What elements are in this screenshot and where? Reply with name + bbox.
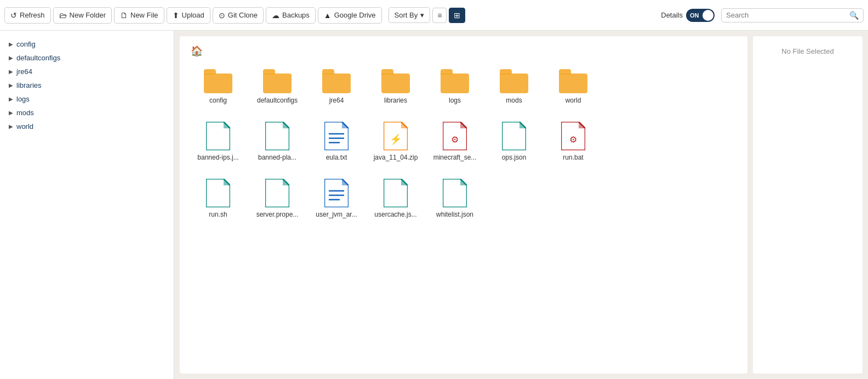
refresh-button[interactable]: ↺ Refresh — [4, 7, 51, 24]
svg-marker-32 — [460, 179, 467, 185]
git-clone-button[interactable]: ⊙ Git Clone — [213, 7, 264, 24]
folder-jre64[interactable]: jre64 — [309, 64, 364, 110]
chevron-right-icon: ▶ — [9, 96, 13, 102]
file-label: run.bat — [563, 154, 583, 161]
folder-plus-icon: 🗁 — [59, 11, 67, 20]
new-folder-button[interactable]: 🗁 New Folder — [53, 7, 112, 24]
files-grid-row2: banned-ips.j... banned-pla... — [186, 116, 741, 167]
sidebar-item-libraries[interactable]: ▶ libraries — [0, 78, 174, 92]
file-icon — [324, 122, 349, 150]
file-eula[interactable]: eula.txt — [309, 116, 364, 167]
no-file-selected-text: No File Selected — [781, 47, 833, 55]
file-label: ops.json — [502, 154, 527, 161]
sidebar: ▶ config ▶ defaultconfigs ▶ jre64 ▶ libr… — [0, 31, 174, 379]
google-drive-icon: ▲ — [324, 11, 332, 20]
folder-libraries[interactable]: libraries — [368, 64, 423, 110]
file-label: usercache.js... — [374, 211, 416, 218]
sidebar-item-config[interactable]: ▶ config — [0, 37, 174, 51]
file-icon — [206, 179, 230, 207]
folder-config[interactable]: config — [191, 64, 245, 110]
search-box: 🔍 — [721, 8, 864, 22]
toggle-on-label: ON — [690, 12, 699, 19]
file-icon — [324, 179, 349, 207]
folder-label: mods — [506, 97, 522, 104]
svg-marker-21 — [224, 179, 230, 185]
file-run-bat[interactable]: ⚙ run.bat — [546, 116, 601, 167]
sidebar-item-label: defaultconfigs — [16, 54, 60, 62]
folder-icon — [441, 69, 469, 93]
file-minecraft-server[interactable]: ⚙ minecraft_se... — [427, 116, 482, 167]
file-icon — [384, 179, 408, 207]
chevron-right-icon: ▶ — [9, 41, 13, 47]
sidebar-item-label: config — [16, 40, 36, 48]
list-view-button[interactable]: ≡ — [432, 8, 447, 23]
file-area-header: 🏠 — [186, 43, 741, 64]
svg-text:⚡: ⚡ — [390, 133, 402, 145]
sidebar-item-jre64[interactable]: ▶ jre64 — [0, 65, 174, 78]
backups-button[interactable]: ☁ Backups — [266, 7, 316, 24]
folder-defaultconfigs[interactable]: defaultconfigs — [250, 64, 305, 110]
folder-label: world — [566, 97, 581, 104]
folder-icon — [381, 69, 410, 93]
folder-world[interactable]: world — [546, 64, 601, 110]
details-panel: No File Selected — [753, 36, 863, 374]
search-input[interactable] — [726, 11, 846, 19]
sidebar-item-logs[interactable]: ▶ logs — [0, 92, 174, 106]
new-file-label: New File — [130, 11, 158, 19]
grid-view-button[interactable]: ⊞ — [449, 8, 465, 23]
svg-text:⚙: ⚙ — [569, 135, 577, 144]
details-toggle-area: Details ON — [661, 9, 715, 22]
file-icon — [265, 122, 289, 150]
folders-grid: config defaultconfigs jre64 — [186, 64, 741, 110]
backups-label: Backups — [282, 11, 310, 19]
file-icon: ⚙ — [561, 122, 585, 150]
details-toggle-switch[interactable]: ON — [686, 9, 715, 22]
file-icon — [443, 179, 467, 207]
google-drive-button[interactable]: ▲ Google Drive — [318, 7, 382, 24]
folder-icon — [559, 69, 587, 93]
file-ops[interactable]: ops.json — [487, 116, 541, 167]
new-file-button[interactable]: 🗋 New File — [114, 7, 164, 24]
file-icon — [206, 122, 230, 150]
file-icon — [502, 122, 526, 150]
file-java-zip[interactable]: ⚡ java_11_04.zip — [368, 116, 423, 167]
file-usercache[interactable]: usercache.js... — [368, 173, 423, 224]
file-user-jvm[interactable]: user_jvm_ar... — [309, 173, 364, 224]
sidebar-item-label: world — [16, 122, 33, 131]
file-label: user_jvm_ar... — [316, 211, 357, 218]
chevron-right-icon: ▶ — [9, 69, 13, 75]
sidebar-item-label: logs — [16, 95, 30, 103]
folder-logs[interactable]: logs — [427, 64, 482, 110]
sidebar-item-world[interactable]: ▶ world — [0, 120, 174, 133]
git-clone-label: Git Clone — [228, 11, 258, 19]
file-label: server.prope... — [256, 211, 299, 218]
chevron-right-icon: ▶ — [9, 123, 13, 129]
sidebar-item-defaultconfigs[interactable]: ▶ defaultconfigs — [0, 51, 174, 65]
sidebar-item-mods[interactable]: ▶ mods — [0, 106, 174, 120]
files-grid-row3: run.sh server.prope... user_j — [186, 173, 741, 224]
file-server-properties[interactable]: server.prope... — [250, 173, 305, 224]
file-label: whitelist.json — [436, 211, 473, 218]
sidebar-item-label: mods — [16, 109, 34, 117]
folder-label: jre64 — [329, 97, 344, 104]
refresh-icon: ↺ — [10, 11, 17, 20]
file-banned-ips[interactable]: banned-ips.j... — [191, 116, 245, 167]
chevron-right-icon: ▶ — [9, 110, 13, 116]
file-banned-players[interactable]: banned-pla... — [250, 116, 305, 167]
toolbar: ↺ Refresh 🗁 New Folder 🗋 New File ⬆ Uplo… — [0, 0, 868, 31]
sort-by-area: Sort By ▾ ≡ ⊞ — [389, 7, 466, 23]
folder-icon — [500, 69, 528, 93]
search-icon[interactable]: 🔍 — [849, 11, 859, 20]
home-icon[interactable]: 🏠 — [191, 45, 203, 57]
file-whitelist[interactable]: whitelist.json — [427, 173, 482, 224]
svg-marker-30 — [401, 179, 408, 185]
file-label: java_11_04.zip — [374, 154, 418, 161]
file-run-sh[interactable]: run.sh — [191, 173, 245, 224]
details-label: Details — [661, 11, 683, 19]
file-icon: ⚡ — [384, 122, 408, 150]
folder-mods[interactable]: mods — [487, 64, 541, 110]
file-plus-icon: 🗋 — [120, 11, 128, 20]
sort-by-button[interactable]: Sort By ▾ — [389, 7, 431, 23]
upload-button[interactable]: ⬆ Upload — [167, 7, 210, 24]
chevron-right-icon: ▶ — [9, 82, 13, 88]
